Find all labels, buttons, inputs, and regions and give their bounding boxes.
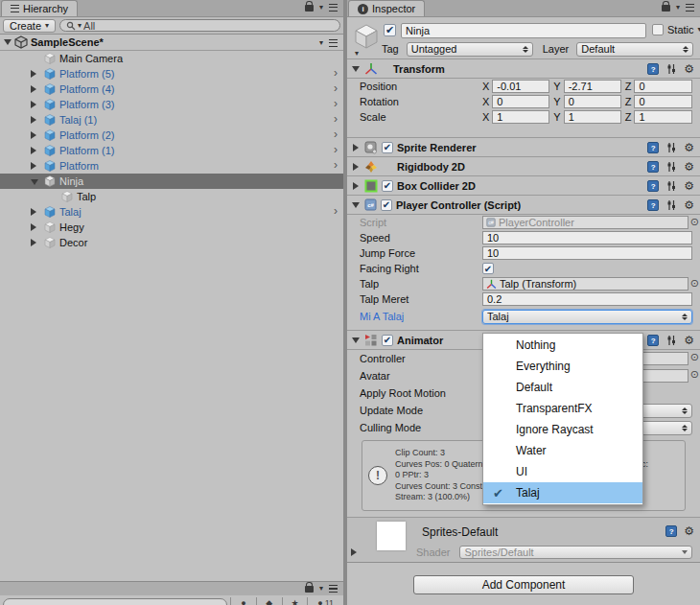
console-toggle-button[interactable]: ● bbox=[230, 597, 256, 605]
foldout-icon[interactable] bbox=[31, 179, 38, 185]
component-enabled-checkbox[interactable]: ✔ bbox=[382, 335, 393, 346]
static-checkbox[interactable] bbox=[652, 24, 664, 35]
foldout-icon[interactable] bbox=[31, 147, 36, 154]
component-enabled-checkbox[interactable]: ✔ bbox=[381, 199, 392, 211]
hierarchy-item-platform-1[interactable]: Platform (1) › bbox=[0, 143, 343, 158]
presets-icon[interactable] bbox=[665, 335, 677, 346]
prefab-arrow-icon[interactable]: › bbox=[334, 204, 338, 218]
presets-icon[interactable] bbox=[665, 142, 677, 153]
foldout-icon[interactable] bbox=[31, 239, 36, 246]
prefab-arrow-icon[interactable]: › bbox=[334, 66, 338, 80]
scene-header[interactable]: SampleScene* ▾ bbox=[0, 35, 343, 51]
player-controller-header[interactable]: c# ✔ Player Controller (Script) ? ⚙ bbox=[347, 196, 700, 215]
gear-icon[interactable]: ⚙ bbox=[684, 525, 694, 537]
foldout-icon[interactable] bbox=[31, 85, 36, 93]
hierarchy-item-ninja-selected[interactable]: Ninja bbox=[0, 174, 343, 189]
foldout-icon[interactable] bbox=[352, 337, 360, 343]
help-icon[interactable]: ? bbox=[647, 142, 659, 153]
hierarchy-item-decor[interactable]: Decor bbox=[0, 235, 343, 250]
object-picker-icon[interactable]: ⊙ bbox=[690, 216, 699, 228]
foldout-icon[interactable] bbox=[31, 223, 36, 231]
scene-menu-icon[interactable] bbox=[329, 39, 338, 47]
object-picker-icon[interactable]: ⊙ bbox=[690, 277, 699, 290]
foldout-icon[interactable] bbox=[352, 66, 360, 72]
help-icon[interactable]: ? bbox=[647, 335, 659, 346]
prefab-arrow-icon[interactable]: › bbox=[334, 128, 338, 141]
boxcollider2d-header[interactable]: ✔ Box Collider 2D ? ⚙ bbox=[347, 176, 700, 196]
foldout-icon[interactable] bbox=[31, 101, 36, 108]
lock-icon[interactable] bbox=[305, 586, 314, 593]
prefab-arrow-icon[interactable]: › bbox=[334, 112, 338, 126]
sprite-renderer-header[interactable]: ✔ Sprite Renderer ? ⚙ bbox=[347, 138, 700, 157]
gear-icon[interactable]: ⚙ bbox=[684, 180, 694, 192]
console-toggle-button[interactable]: ◆ bbox=[256, 597, 282, 605]
dropdown-item-default[interactable]: Default bbox=[483, 377, 642, 398]
dropdown-item-water[interactable]: Water bbox=[483, 440, 642, 461]
dropdown-item-ui[interactable]: UI bbox=[483, 461, 642, 482]
help-icon[interactable]: ? bbox=[647, 63, 659, 75]
presets-icon[interactable] bbox=[665, 63, 677, 75]
dropdown-item-talaj-selected[interactable]: ✔ Talaj bbox=[483, 482, 642, 503]
foldout-icon[interactable] bbox=[353, 144, 359, 151]
talp-meret-input[interactable]: 0.2 bbox=[482, 292, 692, 306]
presets-icon[interactable] bbox=[665, 161, 677, 173]
rotation-y-input[interactable]: 0 bbox=[564, 95, 621, 108]
hierarchy-item-main-camera[interactable]: Main Camera bbox=[0, 51, 343, 66]
gear-icon[interactable]: ⚙ bbox=[684, 199, 694, 211]
add-component-button[interactable]: Add Component bbox=[413, 575, 634, 594]
prefab-arrow-icon[interactable]: › bbox=[334, 81, 338, 95]
rotation-z-input[interactable]: 0 bbox=[634, 95, 692, 108]
help-icon[interactable]: ? bbox=[647, 180, 659, 192]
hierarchy-item-talaj[interactable]: Talaj › bbox=[0, 204, 343, 220]
gameobject-name-input[interactable]: Ninja bbox=[401, 23, 646, 38]
foldout-icon[interactable] bbox=[31, 70, 36, 78]
position-z-input[interactable]: 0 bbox=[634, 80, 692, 93]
hierarchy-item-hegy[interactable]: Hegy bbox=[0, 220, 343, 235]
hierarchy-item-platform-2[interactable]: Platform (2) › bbox=[0, 128, 343, 143]
foldout-icon[interactable] bbox=[353, 163, 359, 171]
speed-input[interactable]: 10 bbox=[482, 231, 692, 244]
dropdown-item-nothing[interactable]: Nothing bbox=[483, 335, 642, 356]
foldout-icon[interactable] bbox=[31, 208, 36, 216]
help-icon[interactable]: ? bbox=[647, 161, 659, 173]
lock-icon[interactable] bbox=[305, 5, 314, 12]
dropdown-item-ignore-raycast[interactable]: Ignore Raycast bbox=[483, 419, 642, 440]
dropdown-item-everything[interactable]: Everything bbox=[483, 356, 642, 377]
presets-icon[interactable] bbox=[665, 199, 677, 211]
help-icon[interactable]: ? bbox=[665, 525, 677, 537]
hierarchy-item-platform-4[interactable]: Platform (4) › bbox=[0, 81, 343, 97]
scale-y-input[interactable]: 1 bbox=[564, 110, 621, 124]
rotation-x-input[interactable]: 0 bbox=[492, 95, 549, 108]
tag-dropdown[interactable]: Untagged bbox=[407, 42, 533, 57]
hierarchy-item-talaj-1[interactable]: Talaj (1) › bbox=[0, 112, 343, 128]
hierarchy-item-platform-3[interactable]: Platform (3) › bbox=[0, 97, 343, 112]
tab-hierarchy[interactable]: Hierarchy bbox=[1, 0, 78, 16]
foldout-icon[interactable] bbox=[31, 116, 36, 124]
console-search-input[interactable] bbox=[3, 598, 227, 605]
prefab-arrow-icon[interactable]: › bbox=[334, 97, 338, 110]
position-x-input[interactable]: -0.01 bbox=[492, 80, 549, 93]
component-enabled-checkbox[interactable]: ✔ bbox=[382, 180, 393, 192]
lock-icon[interactable] bbox=[662, 5, 670, 12]
script-object-field[interactable]: c# PlayerController bbox=[482, 216, 688, 229]
position-y-input[interactable]: -2.71 bbox=[564, 80, 621, 93]
hierarchy-item-talp[interactable]: Talp bbox=[0, 189, 343, 204]
layer-dropdown-control[interactable]: Default bbox=[576, 42, 693, 57]
console-toggle-button[interactable]: ★ bbox=[282, 597, 308, 605]
shader-dropdown[interactable]: Sprites/Default bbox=[459, 546, 692, 559]
hierarchy-item-platform[interactable]: Platform › bbox=[0, 158, 343, 174]
object-picker-icon[interactable]: ⊙ bbox=[690, 351, 699, 363]
foldout-icon[interactable] bbox=[31, 131, 36, 139]
object-picker-icon[interactable]: ⊙ bbox=[690, 368, 699, 381]
hierarchy-item-platform-5[interactable]: Platform (5) › bbox=[0, 66, 343, 81]
scale-x-input[interactable]: 1 bbox=[492, 110, 549, 124]
dropdown-item-transparentfx[interactable]: TransparentFX bbox=[483, 398, 642, 419]
gear-icon[interactable]: ⚙ bbox=[684, 161, 694, 173]
gear-icon[interactable]: ⚙ bbox=[684, 63, 694, 75]
transform-header[interactable]: Transform ? ⚙ bbox=[347, 59, 700, 79]
material-foldout-icon[interactable] bbox=[351, 548, 357, 556]
talp-object-field[interactable]: Talp (Transform) bbox=[482, 277, 688, 291]
tab-inspector[interactable]: i Inspector bbox=[348, 0, 425, 16]
help-icon[interactable]: ? bbox=[647, 199, 659, 211]
foldout-icon[interactable] bbox=[352, 202, 360, 208]
